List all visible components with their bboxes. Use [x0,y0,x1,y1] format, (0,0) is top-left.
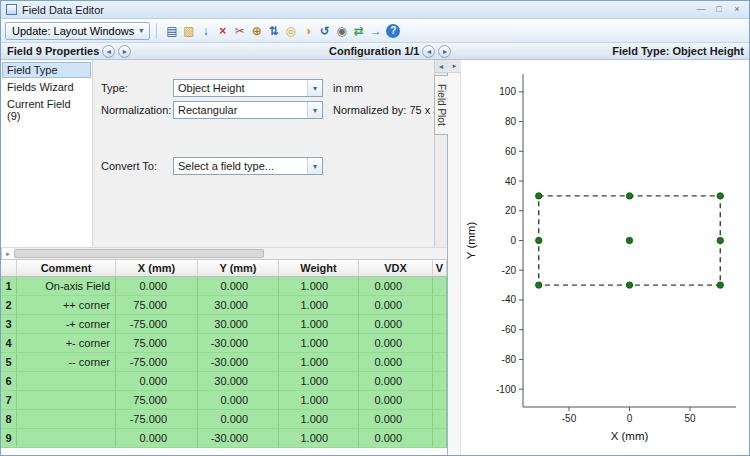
table-cell[interactable]: -75.000 [116,353,198,372]
table-row[interactable]: 90.000-30.0001.0000.000 [1,429,447,448]
titlebar[interactable]: Field Data Editor — □ × [1,1,749,19]
table-cell[interactable]: -- corner [17,353,116,372]
table-cell[interactable]: 5 [1,353,17,372]
table-cell[interactable]: -30.000 [198,334,279,353]
horizontal-scrollbar[interactable]: ◂ ▸ [1,247,447,260]
table-cell[interactable] [433,372,447,391]
table-cell[interactable]: 0.000 [359,410,433,429]
invert-icon[interactable]: ◑ [299,22,316,40]
table-cell[interactable]: 75.000 [116,334,198,353]
table-cell[interactable]: -75.000 [116,315,198,334]
table-row[interactable]: 775.0000.0001.0000.000 [1,391,447,410]
swap-xy-icon[interactable]: ⇄ [350,22,367,40]
cut-field-icon[interactable]: ✂ [231,22,248,40]
table-cell[interactable] [433,334,447,353]
table-cell[interactable]: 9 [1,429,17,448]
previous-field-button[interactable]: ◂ [102,45,115,58]
table-cell[interactable]: 0.000 [198,410,279,429]
table-cell[interactable] [433,391,447,410]
table-cell[interactable]: 4 [1,334,17,353]
previous-configuration-button[interactable]: ◂ [422,45,435,58]
column-header-y[interactable]: Y (mm) [198,260,279,276]
table-cell[interactable] [17,372,116,391]
column-header-x[interactable]: X (mm) [116,260,198,276]
table-cell[interactable]: 30.000 [198,372,279,391]
table-cell[interactable] [17,391,116,410]
table-cell[interactable] [17,410,116,429]
update-layout-windows-button[interactable]: Update: Layout Windows ▾ [5,22,150,40]
table-cell[interactable]: 2 [1,296,17,315]
table-cell[interactable] [17,429,116,448]
table-cell[interactable]: 0.000 [359,429,433,448]
table-cell[interactable]: 1.000 [279,296,359,315]
sidebar-item-field-type[interactable]: Field Type [2,62,91,78]
table-cell[interactable]: 1.000 [279,410,359,429]
table-cell[interactable]: 0.000 [198,277,279,296]
table-cell[interactable]: 0.000 [198,391,279,410]
sidebar-item-current-field[interactable]: Current Field (9) [2,96,91,124]
column-header-comment[interactable]: Comment [17,260,116,276]
scrollbar-thumb[interactable] [14,249,264,258]
zoom-icon[interactable]: ⊕ [248,22,265,40]
table-row[interactable]: 5-- corner-75.000-30.0001.0000.000 [1,353,447,372]
sidebar-item-fields-wizard[interactable]: Fields Wizard [2,79,91,95]
table-cell[interactable]: 30.000 [198,296,279,315]
table-cell[interactable]: 0.000 [359,334,433,353]
close-button[interactable]: × [728,3,746,17]
table-row[interactable]: 2++ corner75.00030.0001.0000.000 [1,296,447,315]
table-cell[interactable]: 1.000 [279,429,359,448]
table-row[interactable]: 4+- corner75.000-30.0001.0000.000 [1,334,447,353]
table-cell[interactable]: 0.000 [359,353,433,372]
field-plot-chart[interactable]: 100806040200-20-40-60-80-100-50050X (mm)… [461,60,748,455]
equalize-weights-icon[interactable]: ◎ [282,22,299,40]
next-field-button[interactable]: ▸ [118,45,131,58]
table-cell[interactable] [433,277,447,296]
column-header-weight[interactable]: Weight [279,260,359,276]
table-cell[interactable]: 75.000 [116,391,198,410]
table-cell[interactable] [433,429,447,448]
table-cell[interactable]: 0.000 [116,277,198,296]
table-cell[interactable]: -75.000 [116,410,198,429]
table-cell[interactable]: 1.000 [279,353,359,372]
table-cell[interactable]: +- corner [17,334,116,353]
table-cell[interactable]: 75.000 [116,296,198,315]
table-row[interactable]: 3-+ corner-75.00030.0001.0000.000 [1,315,447,334]
table-cell[interactable]: 7 [1,391,17,410]
table-cell[interactable]: 1.000 [279,334,359,353]
help-icon[interactable]: ? [386,24,400,38]
table-cell[interactable]: 1 [1,277,17,296]
table-cell[interactable]: 0.000 [116,372,198,391]
table-cell[interactable]: 0.000 [359,391,433,410]
table-cell[interactable]: 1.000 [279,372,359,391]
open-folder-icon[interactable]: ▧ [180,22,197,40]
field-type-select[interactable]: Object Height ▾ [173,79,323,97]
table-cell[interactable]: -30.000 [198,353,279,372]
table-cell[interactable]: On-axis Field [17,277,116,296]
table-row[interactable]: 8-75.0000.0001.0000.000 [1,410,447,429]
table-cell[interactable]: -+ corner [17,315,116,334]
table-cell[interactable]: -30.000 [198,429,279,448]
scroll-right-button[interactable]: ▸ [1,248,14,259]
table-cell[interactable] [433,353,447,372]
expand-field-plot-button[interactable]: ▸ [448,60,461,73]
insert-field-icon[interactable]: ↓ [197,22,214,40]
table-cell[interactable]: 0.000 [116,429,198,448]
delete-field-icon[interactable]: × [214,22,231,40]
table-cell[interactable] [433,315,447,334]
table-cell[interactable]: 1.000 [279,277,359,296]
table-cell[interactable]: ++ corner [17,296,116,315]
undo-icon[interactable]: ↺ [316,22,333,40]
table-cell[interactable]: 30.000 [198,315,279,334]
maximize-button[interactable]: □ [710,3,728,17]
minimize-button[interactable]: — [692,3,710,17]
table-cell[interactable]: 0.000 [359,315,433,334]
tab-field-plot[interactable]: Field Plot [434,75,448,135]
convert-to-select[interactable]: Select a field type... ▾ [173,157,323,175]
table-cell[interactable]: 6 [1,372,17,391]
table-cell[interactable] [433,296,447,315]
table-cell[interactable]: 1.000 [279,391,359,410]
table-row[interactable]: 1On-axis Field0.0000.0001.0000.000 [1,277,447,296]
table-cell[interactable]: 3 [1,315,17,334]
table-cell[interactable]: 0.000 [359,372,433,391]
collapse-properties-button[interactable]: ◂ [435,60,448,73]
